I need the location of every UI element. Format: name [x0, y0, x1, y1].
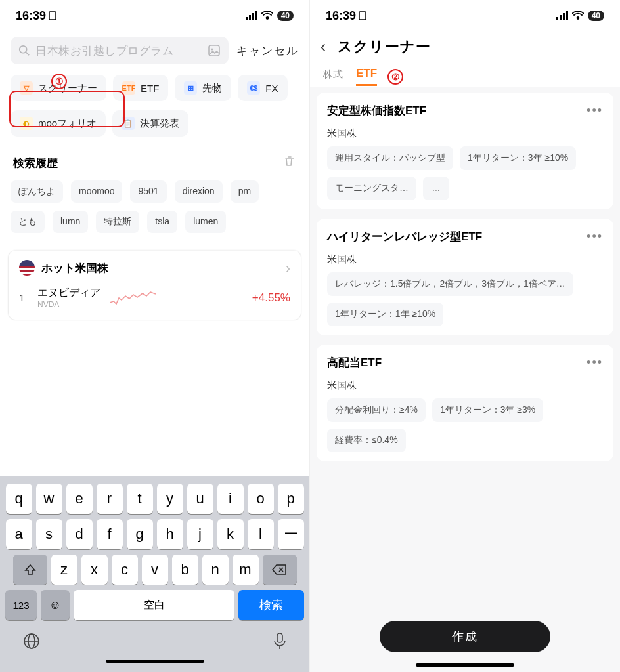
- keyboard: qwertyuiop asdfghjklー zxcvbnm 123 ☺ 空白 検…: [0, 476, 309, 672]
- card-header[interactable]: ホット米国株 ›: [15, 260, 294, 282]
- history-chip[interactable]: ぽんちよ: [11, 180, 63, 203]
- history-chip[interactable]: direxion: [175, 180, 223, 203]
- key-v[interactable]: v: [142, 555, 168, 585]
- filter-tag: 分配金利回り：≥4%: [327, 398, 426, 422]
- key-a[interactable]: a: [6, 519, 32, 549]
- cancel-button[interactable]: キャンセル: [236, 43, 299, 58]
- backspace-key[interactable]: [263, 555, 297, 585]
- space-key[interactable]: 空白: [74, 590, 234, 620]
- key-x[interactable]: x: [81, 555, 108, 585]
- search-input[interactable]: 日本株お引越しプログラム: [11, 37, 229, 64]
- home-indicator[interactable]: [416, 663, 514, 667]
- right-screen: 16:39 40 ‹ スクリーナー 株式 ETF ② 安定型株価指数ETF•••…: [310, 0, 620, 672]
- card-subtitle: 米国株: [327, 118, 603, 146]
- key-t[interactable]: t: [127, 484, 153, 514]
- history-chip[interactable]: moomoo: [71, 180, 122, 203]
- stock-names: エヌビディア NVDA: [37, 286, 100, 309]
- search-key[interactable]: 検索: [238, 590, 304, 620]
- filter-tag: モーニングスタ…: [327, 177, 416, 200]
- num-key[interactable]: 123: [5, 590, 37, 620]
- key-n[interactable]: n: [202, 555, 229, 585]
- chip-earnings[interactable]: 📋決算発表: [112, 110, 188, 136]
- chip-futures[interactable]: ⊞先物: [175, 75, 231, 101]
- svg-rect-8: [277, 633, 282, 642]
- history-chip[interactable]: 特拉斯: [96, 211, 139, 233]
- key-c[interactable]: c: [112, 555, 138, 585]
- page-title: スクリーナー: [338, 37, 431, 56]
- key-h[interactable]: h: [157, 519, 183, 549]
- key-l[interactable]: l: [248, 519, 274, 549]
- history-chip[interactable]: lumen: [185, 211, 226, 233]
- chip-label: スクリーナー: [38, 82, 97, 94]
- history-chip[interactable]: pm: [231, 180, 259, 203]
- chip-etf[interactable]: ETFETF: [113, 75, 168, 101]
- card-icon: [49, 11, 56, 20]
- key-m[interactable]: m: [232, 555, 259, 585]
- card-title: 高配当ETF: [327, 355, 382, 370]
- tab-stock[interactable]: 株式: [323, 68, 343, 85]
- key-s[interactable]: s: [36, 519, 62, 549]
- key-g[interactable]: g: [127, 519, 153, 549]
- key-f[interactable]: f: [97, 519, 123, 549]
- create-button[interactable]: 作成: [380, 621, 550, 652]
- chip-moofolio[interactable]: ◐mooフォリオ: [11, 110, 106, 136]
- back-button[interactable]: ‹: [321, 37, 326, 56]
- more-tag[interactable]: ...: [423, 177, 449, 200]
- history-chip[interactable]: 9501: [130, 180, 166, 203]
- category-chips: ▽スクリーナー ETFETF ⊞先物 €$FX ◐mooフォリオ 📋決算発表: [0, 71, 309, 140]
- key-z[interactable]: z: [51, 555, 78, 585]
- history-header: 検索履歴: [0, 140, 309, 177]
- stock-row[interactable]: 1 エヌビディア NVDA +4.55%: [15, 282, 294, 316]
- shift-key[interactable]: [13, 555, 47, 585]
- history-chip[interactable]: lumn: [53, 211, 88, 233]
- filter-tag: 1年リターン：3年 ≥3%: [432, 398, 543, 422]
- tab-etf[interactable]: ETF: [356, 67, 377, 86]
- wifi-icon: [572, 11, 584, 20]
- screener-card[interactable]: 高配当ETF•••米国株分配金利回り：≥4%1年リターン：3年 ≥3%経費率：≤…: [317, 345, 613, 461]
- screener-card[interactable]: 安定型株価指数ETF•••米国株運用スタイル：パッシブ型1年リターン：3年 ≥1…: [317, 93, 613, 209]
- globe-icon[interactable]: [22, 632, 41, 653]
- screener-card[interactable]: ハイリターンレバレッジ型ETF•••米国株レバレッジ：1.5倍ブル，2倍ブル，3…: [317, 219, 613, 335]
- filter-icon: ▽: [20, 81, 33, 94]
- svg-rect-9: [359, 12, 366, 20]
- svg-line-2: [26, 52, 30, 56]
- key-i[interactable]: i: [217, 484, 244, 514]
- key-ー[interactable]: ー: [278, 519, 304, 549]
- more-icon[interactable]: •••: [587, 104, 603, 117]
- emoji-key[interactable]: ☺: [41, 590, 70, 620]
- history-chip[interactable]: とも: [11, 211, 45, 233]
- svg-point-1: [20, 46, 27, 53]
- annotation-1: ①: [51, 74, 67, 89]
- key-j[interactable]: j: [187, 519, 213, 549]
- fx-icon: €$: [247, 81, 260, 94]
- hot-stocks-title: ホット米国株: [41, 261, 108, 276]
- key-d[interactable]: d: [66, 519, 93, 549]
- key-p[interactable]: p: [278, 484, 304, 514]
- trash-icon[interactable]: [283, 155, 296, 171]
- etf-icon: ETF: [122, 81, 135, 94]
- key-u[interactable]: u: [187, 484, 213, 514]
- key-e[interactable]: e: [66, 484, 93, 514]
- key-b[interactable]: b: [172, 555, 198, 585]
- key-r[interactable]: r: [97, 484, 123, 514]
- key-q[interactable]: q: [6, 484, 32, 514]
- history-title: 検索履歴: [13, 156, 58, 171]
- image-scan-icon[interactable]: [208, 44, 221, 57]
- svg-point-4: [211, 49, 213, 51]
- more-icon[interactable]: •••: [587, 230, 603, 243]
- chip-fx[interactable]: €$FX: [238, 75, 287, 101]
- key-y[interactable]: y: [157, 484, 183, 514]
- history-chip[interactable]: tsla: [147, 211, 177, 233]
- key-o[interactable]: o: [248, 484, 274, 514]
- filter-tag: 1年リターン：1年 ≥10%: [327, 303, 443, 326]
- mic-icon[interactable]: [273, 632, 287, 653]
- screener-header: ‹ スクリーナー: [310, 32, 620, 63]
- grid-icon: ⊞: [184, 81, 197, 94]
- key-w[interactable]: w: [36, 484, 62, 514]
- more-icon[interactable]: •••: [587, 356, 603, 369]
- svg-rect-3: [209, 45, 219, 56]
- history-chips: ぽんちよmoomoo9501direxionpmともlumn特拉斯tslalum…: [0, 177, 309, 240]
- key-k[interactable]: k: [217, 519, 244, 549]
- home-indicator[interactable]: [106, 660, 204, 663]
- svg-rect-0: [49, 12, 56, 20]
